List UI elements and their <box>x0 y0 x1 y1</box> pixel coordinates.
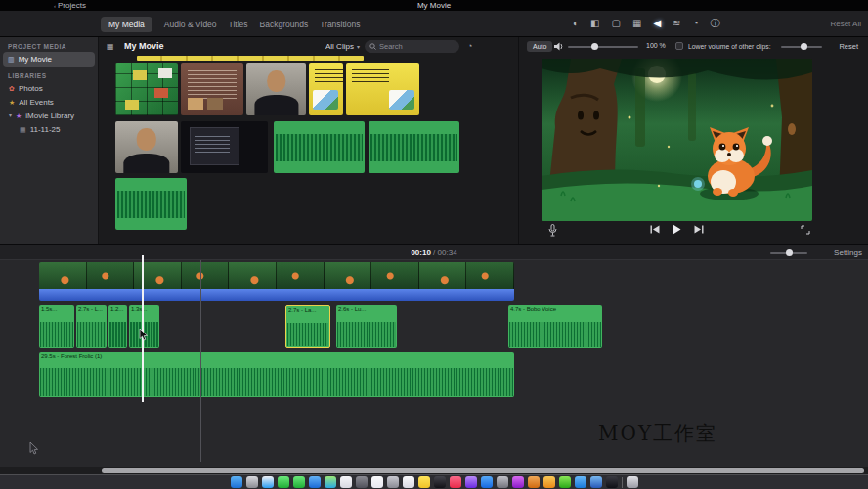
reset-all-button[interactable]: Reset All <box>830 20 861 28</box>
timeline-audio-clip[interactable]: 2.6s - Lu... <box>336 305 397 348</box>
slider-knob[interactable] <box>591 43 598 50</box>
dock-icon-xcode[interactable] <box>590 476 602 488</box>
dock-icon-pages[interactable] <box>543 476 555 488</box>
media-thumbnail-audio[interactable] <box>115 178 187 230</box>
dock-icon-imovie[interactable] <box>512 476 524 488</box>
tab-titles[interactable]: Titles <box>229 20 248 29</box>
watermark-text: MOY工作室 <box>598 421 717 447</box>
dock-icon-app-store[interactable] <box>481 476 493 488</box>
horizontal-scrollbar[interactable] <box>102 468 864 473</box>
timeline-audio-clip[interactable]: 1.5s... <box>39 305 74 348</box>
dock-icon-notes[interactable] <box>418 476 430 488</box>
fullscreen-icon[interactable] <box>801 225 810 235</box>
dock-icon-trash[interactable] <box>627 476 638 488</box>
dock-icon-keynote[interactable] <box>575 476 586 488</box>
dock-icon-finder[interactable] <box>231 476 242 488</box>
dock-icon-garageband[interactable] <box>528 476 540 488</box>
dock-icon-music[interactable] <box>450 476 461 488</box>
timeline-timecode: 00:10 / 00:34 <box>0 248 868 257</box>
dock-icon-camera[interactable] <box>356 476 368 488</box>
play-icon[interactable] <box>673 224 681 235</box>
media-thumbnail-strip[interactable] <box>137 56 364 61</box>
clip-label: 2.7s - L... <box>76 305 107 313</box>
slider-knob[interactable] <box>801 43 807 50</box>
media-thumbnail-audio[interactable] <box>369 121 459 173</box>
dock-icon-safari[interactable] <box>262 476 274 488</box>
sidebar-item-photos[interactable]: ✿ Photos <box>0 81 98 95</box>
speaker-icon <box>554 42 564 51</box>
imovie-app: ‹ Projects My Movie My Media Audio & Vid… <box>0 0 868 489</box>
dock-icon-mail[interactable] <box>309 476 321 488</box>
slider-knob[interactable] <box>786 249 793 256</box>
chevron-down-icon[interactable]: ▾ <box>9 112 12 118</box>
clip-label: 2.6s - Lu... <box>336 305 397 313</box>
media-thumbnail-collage[interactable] <box>115 63 178 115</box>
dock-icon-messages[interactable] <box>278 476 289 488</box>
lower-volume-slider[interactable] <box>781 46 822 48</box>
media-browser: ▦ My Movie All Clips ▾ ◔ <box>99 37 518 244</box>
dock-icon-contacts[interactable] <box>387 476 399 488</box>
inspector-panel: Auto 100 % Lower volume of other clips: … <box>518 37 868 244</box>
adjust-toolbar: ◐◧▢▦◀≋◔ⓘ <box>573 19 720 28</box>
media-thumbnail-prompt[interactable] <box>346 63 419 115</box>
media-thumbnail-document[interactable] <box>181 63 243 115</box>
timeline-audio-clip[interactable]: 2.7s - L... <box>76 305 107 348</box>
timeline-audio-clip[interactable]: 1.3s... <box>129 305 159 348</box>
media-thumbnail-audio[interactable] <box>274 121 365 173</box>
skip-forward-icon[interactable] <box>694 225 704 234</box>
dock-icon-settings[interactable] <box>497 476 508 488</box>
waveform <box>40 322 73 347</box>
lower-volume-label: Lower volume of other clips: <box>688 43 771 50</box>
waveform <box>337 322 396 347</box>
media-thumbnail-person[interactable] <box>115 121 178 173</box>
media-grid <box>99 37 518 244</box>
sidebar-item-imovie-library[interactable]: ▾ ★ iMovie Library <box>0 109 98 122</box>
auto-volume-button[interactable]: Auto <box>527 41 552 52</box>
imovie-library-star-icon: ★ <box>16 112 22 119</box>
volume-icon[interactable]: ◀ <box>653 19 661 28</box>
noise-reduction-icon[interactable]: ≋ <box>673 19 680 28</box>
color-balance-icon[interactable]: ◐ <box>573 19 579 28</box>
crop-icon[interactable]: ▢ <box>612 19 621 28</box>
clip-zoom-slider[interactable] <box>770 252 807 254</box>
sidebar-item-all-events[interactable]: ★ All Events <box>0 95 98 109</box>
clip-info-icon[interactable]: ⓘ <box>711 19 720 28</box>
timeline-settings-button[interactable]: Settings <box>834 248 862 257</box>
dock-icon-photos[interactable] <box>340 476 352 488</box>
timeline-audio-clip[interactable]: 4.7s - Bobo Voice <box>508 305 602 348</box>
timeline-audio-clip[interactable]: 1.2... <box>108 305 127 348</box>
timeline-music-clip[interactable]: 29.5s - Forest Frolic (1) <box>39 352 514 397</box>
media-thumbnail-prompt[interactable] <box>309 63 343 115</box>
dock-icon-maps[interactable] <box>325 476 336 488</box>
timeline-toolbar: 00:10 / 00:34 Settings <box>0 244 868 260</box>
tab-transitions[interactable]: Transitions <box>320 20 360 29</box>
tab-backgrounds[interactable]: Backgrounds <box>260 20 309 29</box>
media-thumbnail-person[interactable] <box>246 63 306 115</box>
tab-audio-video[interactable]: Audio & Video <box>164 20 217 29</box>
timeline-audio-clip[interactable]: 2.7s - La... <box>285 305 330 348</box>
color-correction-icon[interactable]: ◧ <box>590 19 599 28</box>
dock-icon-facetime[interactable] <box>293 476 305 488</box>
skip-back-icon[interactable] <box>650 225 660 234</box>
sidebar-item-event[interactable]: ▦ 11-11-25 <box>0 122 98 136</box>
dock-icon-launchpad[interactable] <box>246 476 258 488</box>
volume-slider[interactable] <box>568 46 638 48</box>
dock-icon-podcasts[interactable] <box>465 476 477 488</box>
dock-icon-reminders[interactable] <box>403 476 414 488</box>
stabilization-icon[interactable]: ▦ <box>632 19 641 28</box>
preview-viewer[interactable] <box>542 59 812 221</box>
sidebar-item-my-movie[interactable]: ▥ My Movie <box>3 52 95 67</box>
media-thumbnail-screen[interactable] <box>181 121 268 173</box>
reset-button[interactable]: Reset <box>839 42 858 51</box>
speed-icon[interactable]: ◔ <box>693 19 699 28</box>
dock-icon-numbers[interactable] <box>559 476 571 488</box>
dock-icon-terminal[interactable] <box>606 476 618 488</box>
timeline[interactable]: 1.5s...2.7s - L...1.2...1.3s...2.7s - La… <box>0 260 868 467</box>
tab-my-media[interactable]: My Media <box>101 17 152 32</box>
project-media-heading: PROJECT MEDIA <box>8 43 98 50</box>
mouse-cursor <box>139 329 148 341</box>
sidebar-item-label: Photos <box>19 84 43 93</box>
dock-icon-calendar[interactable] <box>371 476 383 488</box>
lower-volume-checkbox[interactable] <box>675 42 683 50</box>
dock-icon-tv[interactable] <box>434 476 446 488</box>
